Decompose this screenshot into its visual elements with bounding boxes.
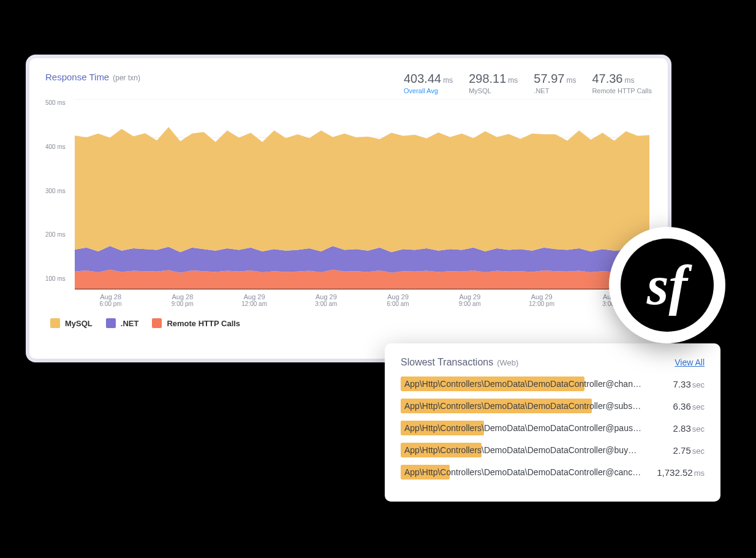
metric-value: 47.36 [592,72,622,86]
area-series[interactable] [75,127,649,252]
chart-title: Response Time [45,72,109,82]
metric-unit: ms [566,76,576,85]
metric-unit: ms [624,76,634,85]
transaction-row[interactable]: App\Http\Controllers\DemoData\DemoDataCo… [401,399,705,413]
transactions-list: App\Http\Controllers\DemoData\DemoDataCo… [401,376,705,480]
area-series[interactable] [75,270,649,289]
stacked-area-chart[interactable] [75,99,649,289]
metric-value: 298.11 [469,72,506,86]
metric: 57.97ms.NET [534,72,576,94]
metrics-row: 403.44msOverall Avg298.11msMySQL57.97ms.… [404,72,652,94]
transaction-row[interactable]: App\Http\Controllers\DemoData\DemoDataCo… [401,421,705,435]
transaction-name[interactable]: App\Http\Controllers\DemoData\DemoDataCo… [401,421,646,435]
y-tick: 300 ms [45,188,74,194]
legend-swatch [106,318,116,328]
response-time-card: Response Time (per txn) 403.44msOverall … [29,58,668,359]
legend-item: Remote HTTP Calls [152,318,240,328]
transaction-value: 2.75sec [652,445,705,456]
framework-logo-badge: sf [609,227,725,343]
x-tick: Aug 296:00 am [362,293,434,307]
legend-swatch [50,318,60,328]
chart-header: Response Time (per txn) 403.44msOverall … [45,72,652,94]
metric-unit: ms [508,76,518,85]
metric-value: 57.97 [534,72,564,86]
transactions-title: Slowest Transactions [401,357,493,368]
metric: 47.36msRemote HTTP Calls [592,72,652,94]
transaction-value: 7.33sec [652,379,705,389]
transaction-value: 2.83sec [652,423,705,434]
metric-value: 403.44 [404,72,441,86]
legend-label: Remote HTTP Calls [167,319,240,328]
slowest-transactions-card: Slowest Transactions (Web) View All App\… [385,343,720,502]
x-tick: Aug 293:00 am [290,293,362,307]
metric: 298.11msMySQL [469,72,518,94]
y-tick: 100 ms [45,275,74,282]
transaction-row[interactable]: App\Http\Controllers\DemoData\DemoDataCo… [401,443,705,457]
chart-title-block: Response Time (per txn) [45,72,140,82]
area-series[interactable] [75,246,649,272]
transaction-name[interactable]: App\Http\Controllers\DemoData\DemoDataCo… [401,399,646,413]
x-tick: Aug 2912:00 am [219,293,290,307]
y-tick: 500 ms [45,99,74,106]
legend-item: .NET [106,318,139,328]
metric-unit: ms [443,76,453,85]
symfony-logo-icon: sf [621,239,714,332]
x-tick: Aug 289:00 pm [146,293,218,307]
metric-label: MySQL [469,87,518,94]
transaction-name[interactable]: App\Http\Controllers\DemoData\DemoDataCo… [401,376,646,391]
metric: 403.44msOverall Avg [404,72,453,94]
metric-label: .NET [534,87,576,94]
transaction-value: 6.36sec [652,401,705,411]
view-all-link[interactable]: View All [675,357,705,367]
y-tick: 400 ms [45,143,74,150]
transactions-subtitle: (Web) [497,358,518,367]
transaction-row[interactable]: App\Http\Controllers\DemoData\DemoDataCo… [401,376,705,391]
chart-subtitle: (per txn) [113,74,140,82]
transaction-name[interactable]: App\Http\Controllers\DemoData\DemoDataCo… [401,465,646,480]
transactions-header: Slowest Transactions (Web) View All [401,357,705,368]
metric-label: Overall Avg [404,87,453,94]
legend-label: .NET [121,319,139,328]
legend-swatch [152,318,162,328]
metric-label: Remote HTTP Calls [592,87,652,94]
x-tick: Aug 2912:00 pm [506,293,578,307]
plot[interactable] [75,99,649,289]
legend-item: MySQL [50,318,93,328]
chart-legend: MySQL.NETRemote HTTP Calls [50,318,652,328]
logo-glyph: sf [647,257,687,313]
y-tick: 200 ms [45,231,74,238]
transaction-name[interactable]: App\Http\Controllers\DemoData\DemoDataCo… [401,443,646,457]
transactions-title-block: Slowest Transactions (Web) [401,357,518,368]
transaction-row[interactable]: App\Http\Controllers\DemoData\DemoDataCo… [401,465,705,480]
legend-label: MySQL [65,319,93,328]
x-tick: Aug 286:00 pm [75,293,146,307]
transaction-value: 1,732.52ms [652,467,705,478]
chart-area[interactable]: 500 ms400 ms300 ms200 ms100 ms [45,99,652,289]
y-axis-labels: 500 ms400 ms300 ms200 ms100 ms [45,99,74,289]
x-axis-labels: Aug 286:00 pmAug 289:00 pmAug 2912:00 am… [75,293,649,307]
x-tick: Aug 299:00 am [434,293,505,307]
